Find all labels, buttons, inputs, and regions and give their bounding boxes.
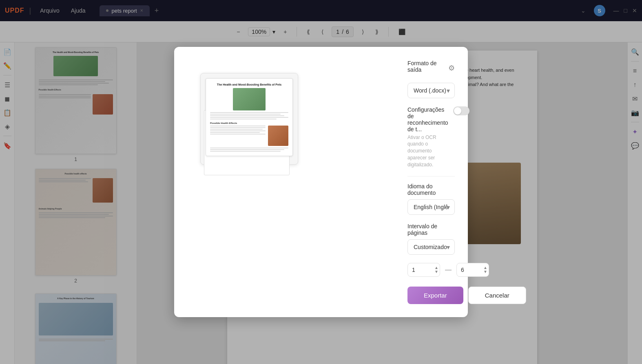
modal-divider bbox=[407, 176, 455, 176]
modal-overlay: The Health and Mood-Boosting Benefits of… bbox=[0, 0, 642, 364]
language-select[interactable]: English (Inglês) Português Español Franç… bbox=[407, 199, 455, 215]
preview-small-image bbox=[268, 126, 288, 146]
range-dash: — bbox=[445, 266, 452, 274]
preview-lines-top bbox=[210, 112, 288, 119]
pages-select-wrapper: Customizado Todas as páginas Página atua… bbox=[407, 239, 455, 255]
export-button[interactable]: Exportar bbox=[407, 287, 463, 304]
modal-controls: Formato de saída ⚙ Word (.docx) PDF Exce… bbox=[407, 60, 455, 304]
modal-preview-area: The Health and Mood-Boosting Benefits of… bbox=[200, 73, 302, 318]
preview-page-title: The Health and Mood-Boosting Benefits of… bbox=[210, 83, 288, 86]
language-label: Idioma do documento bbox=[407, 183, 455, 196]
page-to-wrap: 6 ▲ ▼ bbox=[456, 263, 489, 277]
page-to-arrows: ▲ ▼ bbox=[483, 263, 487, 277]
format-select-wrapper: Word (.docx) PDF Excel PowerPoint Text ▾ bbox=[407, 83, 455, 98]
page-from-wrap: 1 ▲ ▼ bbox=[407, 263, 440, 277]
pages-label: Intervalo de páginas bbox=[407, 223, 455, 236]
ocr-sublabel: Ativar o OCR quando o documento aparecer… bbox=[407, 134, 448, 168]
preview-cat-image bbox=[233, 88, 266, 110]
ocr-label: Configurações de reconhecimento de t... bbox=[407, 106, 448, 132]
output-format-label: Formato de saída bbox=[407, 60, 448, 73]
preview-section-title: Possible Health Effects bbox=[210, 122, 288, 124]
preview-col-left bbox=[210, 126, 266, 146]
document-preview: The Health and Mood-Boosting Benefits of… bbox=[200, 73, 298, 165]
page-range-row: 1 ▲ ▼ — 6 ▲ ▼ bbox=[407, 263, 455, 277]
settings-icon[interactable]: ⚙ bbox=[448, 64, 455, 73]
output-format-header: Formato de saída ⚙ bbox=[407, 60, 455, 76]
preview-page-1: The Health and Mood-Boosting Benefits of… bbox=[206, 78, 293, 156]
ocr-toggle[interactable] bbox=[453, 106, 469, 115]
ocr-toggle-row: Configurações de reconhecimento de t... … bbox=[407, 106, 455, 168]
page-to-down[interactable]: ▼ bbox=[483, 270, 487, 274]
format-select[interactable]: Word (.docx) PDF Excel PowerPoint Text bbox=[407, 83, 455, 98]
export-modal: The Health and Mood-Boosting Benefits of… bbox=[174, 47, 468, 318]
ocr-toggle-knob bbox=[454, 107, 461, 115]
pages-select[interactable]: Customizado Todas as páginas Página atua… bbox=[407, 239, 455, 255]
page-from-down[interactable]: ▼ bbox=[434, 270, 438, 274]
preview-two-col bbox=[210, 126, 288, 146]
modal-actions: Exportar Cancelar bbox=[407, 287, 455, 304]
language-select-wrapper: English (Inglês) Português Español Franç… bbox=[407, 199, 455, 215]
page-from-arrows: ▲ ▼ bbox=[434, 263, 438, 277]
ocr-label-block: Configurações de reconhecimento de t... … bbox=[407, 106, 448, 168]
cancel-button[interactable]: Cancelar bbox=[468, 287, 526, 304]
